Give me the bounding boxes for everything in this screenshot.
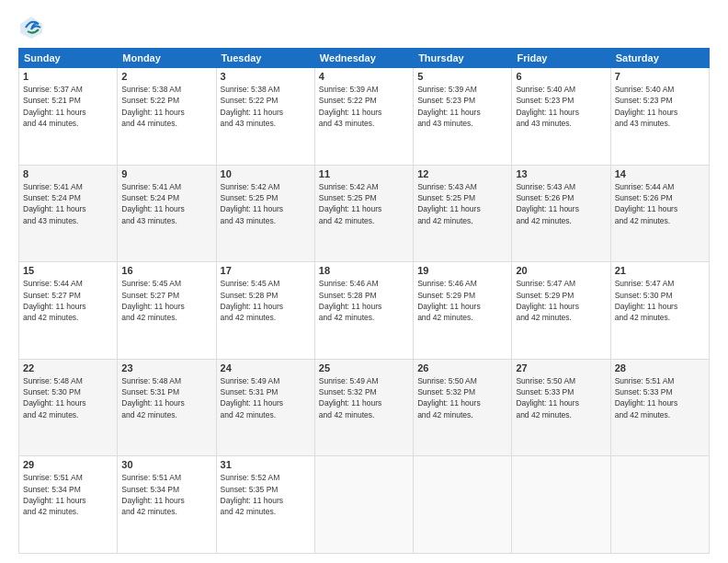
day-info: Sunrise: 5:43 AM Sunset: 5:25 PM Dayligh…: [417, 181, 507, 226]
calendar-cell: 3 Sunrise: 5:38 AM Sunset: 5:22 PM Dayli…: [216, 68, 314, 166]
day-info: Sunrise: 5:44 AM Sunset: 5:26 PM Dayligh…: [615, 181, 705, 226]
calendar-cell: 8 Sunrise: 5:41 AM Sunset: 5:24 PM Dayli…: [19, 165, 118, 262]
day-info: Sunrise: 5:47 AM Sunset: 5:30 PM Dayligh…: [615, 278, 705, 323]
daylight-label: Daylight: 11 hoursand 42 minutes.: [23, 302, 86, 322]
day-number: 29: [23, 459, 113, 470]
day-number: 24: [221, 362, 311, 373]
daylight-label: Daylight: 11 hoursand 42 minutes.: [417, 204, 481, 224]
calendar-header-wednesday: Wednesday: [314, 49, 413, 68]
sunrise-label: Sunrise: 5:47 AM: [516, 279, 575, 288]
sunrise-label: Sunrise: 5:38 AM: [221, 85, 280, 94]
calendar-cell: [610, 456, 709, 554]
sunrise-label: Sunrise: 5:42 AM: [319, 182, 379, 191]
daylight-label: Daylight: 11 hoursand 42 minutes.: [221, 496, 284, 516]
daylight-label: Daylight: 11 hoursand 42 minutes.: [516, 398, 579, 419]
sunrise-label: Sunrise: 5:49 AM: [319, 376, 379, 385]
day-info: Sunrise: 5:52 AM Sunset: 5:35 PM Dayligh…: [221, 472, 311, 517]
day-info: Sunrise: 5:39 AM Sunset: 5:23 PM Dayligh…: [417, 84, 507, 129]
sunset-label: Sunset: 5:33 PM: [516, 387, 574, 396]
calendar-cell: 5 Sunrise: 5:39 AM Sunset: 5:23 PM Dayli…: [414, 68, 512, 166]
calendar-header-saturday: Saturday: [610, 49, 709, 68]
daylight-label: Daylight: 11 hoursand 43 minutes.: [23, 204, 86, 224]
daylight-label: Daylight: 11 hoursand 43 minutes.: [221, 108, 284, 128]
day-info: Sunrise: 5:49 AM Sunset: 5:31 PM Dayligh…: [221, 375, 311, 420]
sunset-label: Sunset: 5:23 PM: [516, 96, 574, 105]
sunrise-label: Sunrise: 5:48 AM: [121, 376, 181, 385]
sunset-label: Sunset: 5:31 PM: [121, 387, 179, 396]
calendar-cell: 15 Sunrise: 5:44 AM Sunset: 5:27 PM Dayl…: [19, 262, 118, 360]
sunset-label: Sunset: 5:31 PM: [221, 387, 279, 396]
calendar-cell: 31 Sunrise: 5:52 AM Sunset: 5:35 PM Dayl…: [216, 456, 314, 554]
daylight-label: Daylight: 11 hoursand 43 minutes.: [417, 108, 481, 128]
calendar-cell: 11 Sunrise: 5:42 AM Sunset: 5:25 PM Dayl…: [314, 165, 413, 262]
day-number: 20: [516, 265, 606, 276]
day-info: Sunrise: 5:38 AM Sunset: 5:22 PM Dayligh…: [221, 84, 311, 129]
day-info: Sunrise: 5:42 AM Sunset: 5:25 PM Dayligh…: [221, 181, 311, 226]
calendar-cell: 14 Sunrise: 5:44 AM Sunset: 5:26 PM Dayl…: [610, 165, 709, 262]
calendar-header-row: SundayMondayTuesdayWednesdayThursdayFrid…: [19, 49, 710, 68]
day-info: Sunrise: 5:38 AM Sunset: 5:22 PM Dayligh…: [121, 84, 211, 129]
sunset-label: Sunset: 5:23 PM: [417, 96, 475, 105]
daylight-label: Daylight: 11 hoursand 42 minutes.: [121, 496, 185, 516]
calendar-cell: 9 Sunrise: 5:41 AM Sunset: 5:24 PM Dayli…: [118, 165, 216, 262]
calendar-cell: 17 Sunrise: 5:45 AM Sunset: 5:28 PM Dayl…: [216, 262, 314, 360]
sunrise-label: Sunrise: 5:41 AM: [23, 182, 83, 191]
calendar-header-thursday: Thursday: [414, 49, 512, 68]
day-info: Sunrise: 5:45 AM Sunset: 5:27 PM Dayligh…: [121, 278, 211, 323]
day-info: Sunrise: 5:48 AM Sunset: 5:31 PM Dayligh…: [121, 375, 211, 420]
sunset-label: Sunset: 5:32 PM: [319, 387, 377, 396]
calendar-cell: 20 Sunrise: 5:47 AM Sunset: 5:29 PM Dayl…: [512, 262, 610, 360]
sunset-label: Sunset: 5:25 PM: [319, 193, 377, 202]
day-info: Sunrise: 5:47 AM Sunset: 5:29 PM Dayligh…: [516, 278, 606, 323]
sunrise-label: Sunrise: 5:52 AM: [221, 473, 280, 482]
calendar-week-5: 29 Sunrise: 5:51 AM Sunset: 5:34 PM Dayl…: [19, 456, 710, 554]
calendar-cell: [314, 456, 413, 554]
day-number: 5: [417, 71, 507, 82]
header: [18, 15, 710, 40]
day-number: 30: [121, 459, 211, 470]
day-number: 22: [23, 362, 113, 373]
day-number: 10: [221, 168, 311, 179]
daylight-label: Daylight: 11 hoursand 43 minutes.: [221, 204, 284, 224]
sunrise-label: Sunrise: 5:50 AM: [516, 376, 575, 385]
sunset-label: Sunset: 5:24 PM: [23, 193, 81, 202]
sunrise-label: Sunrise: 5:49 AM: [221, 376, 280, 385]
sunrise-label: Sunrise: 5:46 AM: [417, 279, 477, 288]
day-number: 12: [417, 168, 507, 179]
day-info: Sunrise: 5:51 AM Sunset: 5:34 PM Dayligh…: [121, 472, 211, 517]
day-info: Sunrise: 5:41 AM Sunset: 5:24 PM Dayligh…: [23, 181, 113, 226]
day-number: 8: [23, 168, 113, 179]
day-info: Sunrise: 5:51 AM Sunset: 5:34 PM Dayligh…: [23, 472, 113, 517]
day-info: Sunrise: 5:41 AM Sunset: 5:24 PM Dayligh…: [121, 181, 211, 226]
daylight-label: Daylight: 11 hoursand 42 minutes.: [221, 398, 284, 419]
daylight-label: Daylight: 11 hoursand 42 minutes.: [417, 302, 481, 322]
sunrise-label: Sunrise: 5:47 AM: [615, 279, 675, 288]
day-info: Sunrise: 5:50 AM Sunset: 5:32 PM Dayligh…: [417, 375, 507, 420]
sunset-label: Sunset: 5:22 PM: [221, 96, 279, 105]
sunrise-label: Sunrise: 5:41 AM: [121, 182, 181, 191]
calendar-cell: 25 Sunrise: 5:49 AM Sunset: 5:32 PM Dayl…: [314, 359, 413, 456]
calendar-header-tuesday: Tuesday: [216, 49, 314, 68]
sunrise-label: Sunrise: 5:44 AM: [615, 182, 675, 191]
calendar-cell: 2 Sunrise: 5:38 AM Sunset: 5:22 PM Dayli…: [118, 68, 216, 166]
daylight-label: Daylight: 11 hoursand 42 minutes.: [121, 302, 185, 322]
calendar-week-4: 22 Sunrise: 5:48 AM Sunset: 5:30 PM Dayl…: [19, 359, 710, 456]
calendar-header-sunday: Sunday: [19, 49, 118, 68]
calendar-table: SundayMondayTuesdayWednesdayThursdayFrid…: [18, 48, 710, 554]
sunrise-label: Sunrise: 5:51 AM: [615, 376, 675, 385]
day-number: 6: [516, 71, 606, 82]
sunset-label: Sunset: 5:24 PM: [121, 193, 179, 202]
sunrise-label: Sunrise: 5:48 AM: [23, 376, 83, 385]
day-number: 9: [121, 168, 211, 179]
daylight-label: Daylight: 11 hoursand 44 minutes.: [23, 108, 86, 128]
calendar-cell: 22 Sunrise: 5:48 AM Sunset: 5:30 PM Dayl…: [19, 359, 118, 456]
sunset-label: Sunset: 5:30 PM: [23, 387, 81, 396]
day-number: 1: [23, 71, 113, 82]
sunset-label: Sunset: 5:27 PM: [23, 291, 81, 300]
calendar-cell: 10 Sunrise: 5:42 AM Sunset: 5:25 PM Dayl…: [216, 165, 314, 262]
day-info: Sunrise: 5:51 AM Sunset: 5:33 PM Dayligh…: [615, 375, 705, 420]
calendar-cell: 12 Sunrise: 5:43 AM Sunset: 5:25 PM Dayl…: [414, 165, 512, 262]
sunrise-label: Sunrise: 5:51 AM: [121, 473, 181, 482]
sunset-label: Sunset: 5:35 PM: [221, 485, 279, 494]
sunset-label: Sunset: 5:25 PM: [221, 193, 279, 202]
